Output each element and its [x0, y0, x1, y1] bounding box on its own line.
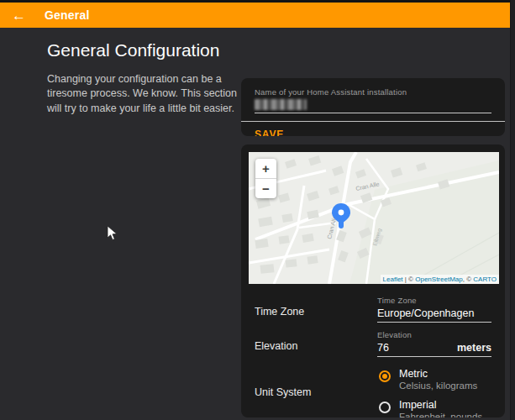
unit-option-name: Metric [399, 368, 477, 380]
scrollbar[interactable] [510, 0, 515, 420]
location-map[interactable]: Cran Alle Cran Alle Elbweg + − Leaflet |… [249, 152, 499, 284]
unit-option-metric[interactable]: Metric Celsius, kilograms [377, 368, 491, 391]
mouse-cursor-icon [107, 225, 118, 242]
elevation-row: Elevation Elevation 76 meters [255, 330, 491, 357]
zoom-out-button[interactable]: − [255, 179, 276, 198]
map-zoom-control: + − [255, 159, 276, 198]
page-title: General Configuration [47, 40, 219, 60]
unit-option-imperial[interactable]: Imperial Fahrenheit, pounds [377, 399, 491, 417]
unit-option-description: Celsius, kilograms [399, 381, 477, 391]
radio-unselected-icon[interactable] [379, 402, 391, 413]
unit-option-name: Imperial [399, 399, 482, 411]
toolbar-title: General [45, 8, 90, 22]
radio-selected-icon[interactable] [379, 370, 391, 382]
time-zone-field-label: Time Zone [377, 296, 491, 305]
back-arrow-icon[interactable]: ← [12, 8, 26, 23]
name-input[interactable] [255, 97, 491, 113]
leaflet-link[interactable]: Leaflet [383, 276, 403, 283]
attribution-sep: , © [463, 276, 474, 283]
elevation-field-label: Elevation [377, 330, 491, 339]
elevation-row-label: Elevation [255, 330, 377, 357]
elevation-value: 76 [377, 342, 389, 354]
redacted-name-value [255, 99, 307, 110]
core-config-card: Cran Alle Cran Alle Elbweg + − Leaflet |… [241, 144, 505, 417]
zoom-in-button[interactable]: + [255, 159, 276, 178]
elevation-input[interactable]: 76 meters [377, 339, 491, 357]
app-toolbar: ← General [0, 3, 510, 28]
time-zone-row: Time Zone Time Zone Europe/Copenhagen [255, 296, 491, 323]
carto-link[interactable]: CARTO [473, 276, 497, 283]
name-card: Name of your Home Assistant installation… [241, 78, 505, 136]
save-name-button[interactable]: SAVE [255, 129, 284, 137]
map-tiles: Cran Alle Cran Alle Elbweg [249, 152, 499, 284]
time-zone-row-label: Time Zone [255, 296, 377, 323]
openstreetmap-link[interactable]: OpenStreetMap [415, 276, 462, 283]
unit-system-row: Unit System Metric Celsius, kilograms Im… [255, 365, 491, 417]
time-zone-input[interactable]: Europe/Copenhagen [377, 305, 491, 323]
unit-system-row-label: Unit System [255, 365, 377, 417]
attribution-sep: | © [403, 276, 416, 283]
unit-option-description: Fahrenheit, pounds [399, 412, 482, 417]
elevation-unit-suffix: meters [457, 342, 491, 354]
map-attribution: Leaflet | © OpenStreetMap, © CARTO [381, 275, 499, 284]
name-field-label: Name of your Home Assistant installation [255, 87, 491, 97]
page-description: Changing your configuration can be a tir… [47, 72, 244, 116]
